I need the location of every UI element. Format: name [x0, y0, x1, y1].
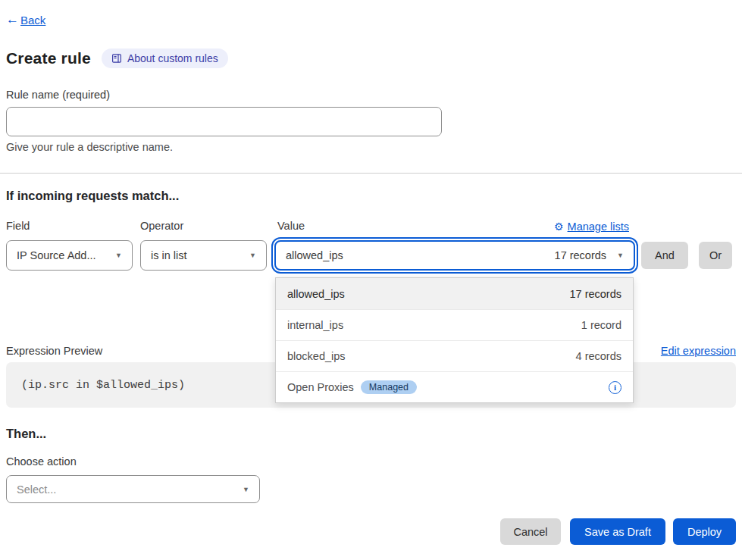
- field-label: Field: [6, 220, 30, 232]
- section-divider: [0, 173, 742, 174]
- page-title: Create rule: [6, 49, 91, 67]
- list-option-name: blocked_ips: [287, 350, 346, 362]
- operator-label: Operator: [140, 220, 183, 232]
- rule-name-label: Rule name (required): [6, 89, 110, 101]
- chevron-down-icon: ▼: [115, 252, 122, 259]
- list-option-open-proxies[interactable]: Open Proxies Managed i: [276, 371, 633, 402]
- and-button[interactable]: And: [641, 242, 688, 269]
- match-heading: If incoming requests match...: [6, 189, 179, 203]
- rule-name-input[interactable]: [6, 107, 442, 136]
- list-option-blocked-ips[interactable]: blocked_ips 4 records: [276, 340, 633, 371]
- back-link-label[interactable]: Back: [20, 14, 45, 27]
- gear-icon: ⚙︎: [554, 221, 564, 233]
- operator-select[interactable]: is in list ▼: [140, 240, 267, 271]
- list-option-internal-ips[interactable]: internal_ips 1 record: [276, 309, 633, 340]
- value-select[interactable]: allowed_ips 17 records ▼: [274, 240, 635, 271]
- list-option-name: Open Proxies: [287, 381, 354, 393]
- operator-select-value: is in list: [151, 249, 187, 261]
- list-option-name: internal_ips: [287, 319, 343, 331]
- list-option-records: 17 records: [569, 288, 621, 300]
- about-badge-label: About custom rules: [127, 52, 218, 64]
- list-option-records: 4 records: [576, 350, 621, 362]
- expression-code: (ip.src in $allowed_ips): [21, 379, 185, 392]
- deploy-button[interactable]: Deploy: [673, 518, 736, 545]
- value-select-records: 17 records: [555, 249, 607, 261]
- managed-badge: Managed: [361, 380, 417, 394]
- list-option-allowed-ips[interactable]: allowed_ips 17 records: [276, 278, 633, 309]
- list-option-name: allowed_ips: [287, 288, 345, 300]
- expression-preview-label: Expression Preview: [6, 345, 102, 357]
- info-icon[interactable]: i: [609, 381, 621, 394]
- or-button[interactable]: Or: [699, 242, 732, 269]
- field-select-value: IP Source Add...: [17, 249, 96, 261]
- book-icon: [111, 53, 122, 64]
- manage-lists-link[interactable]: ⚙︎ Manage lists: [554, 221, 629, 233]
- field-select[interactable]: IP Source Add... ▼: [6, 240, 133, 271]
- back-link[interactable]: ←Back: [6, 12, 45, 27]
- list-option-records: 1 record: [581, 319, 621, 331]
- manage-lists-label[interactable]: Manage lists: [568, 221, 629, 233]
- save-as-draft-button[interactable]: Save as Draft: [570, 518, 665, 545]
- then-heading: Then...: [6, 427, 46, 441]
- chevron-down-icon: ▼: [243, 486, 249, 493]
- cancel-button[interactable]: Cancel: [500, 518, 561, 545]
- edit-expression-link[interactable]: Edit expression: [661, 345, 736, 357]
- title-row: Create rule About custom rules: [6, 48, 228, 68]
- chevron-down-icon: ▼: [617, 252, 624, 259]
- choose-action-label: Choose action: [6, 455, 77, 468]
- rule-name-helper: Give your rule a descriptive name.: [6, 141, 173, 153]
- chevron-down-icon: ▼: [249, 252, 256, 259]
- value-label: Value: [277, 220, 305, 232]
- value-select-value: allowed_ips: [286, 249, 343, 261]
- create-rule-page: ←Back Create rule About custom rules Rul…: [0, 0, 742, 560]
- action-select-placeholder: Select...: [17, 483, 56, 496]
- value-dropdown-menu: allowed_ips 17 records internal_ips 1 re…: [275, 277, 634, 403]
- back-arrow-icon: ←: [6, 12, 19, 27]
- about-custom-rules-link[interactable]: About custom rules: [102, 48, 228, 68]
- action-select[interactable]: Select... ▼: [6, 475, 260, 503]
